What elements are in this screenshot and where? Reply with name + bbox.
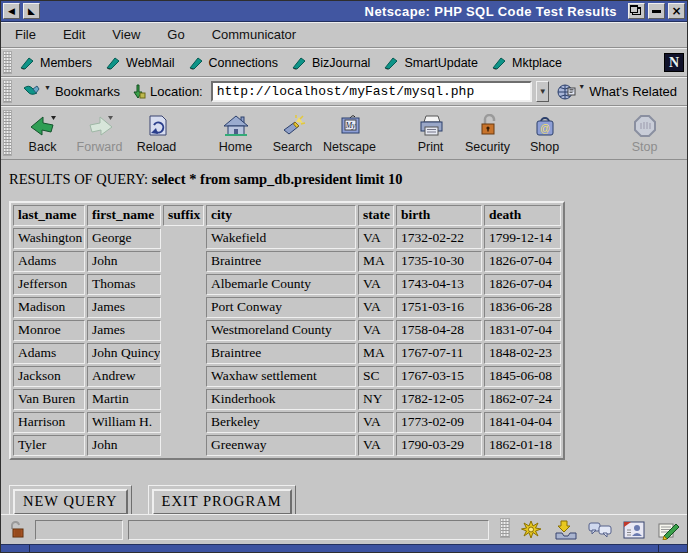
new-query-button[interactable]: NEW QUERY: [13, 489, 128, 514]
wm-shade-button[interactable]: ◣: [23, 3, 40, 19]
home-button[interactable]: Home: [207, 110, 264, 156]
titlebar[interactable]: ◀ ◣ Netscape: PHP SQL Code Test Results …: [1, 1, 687, 22]
netscape-throbber-icon[interactable]: N: [664, 53, 684, 72]
cell-first-name: James: [87, 297, 161, 318]
personal-bookmark[interactable]: SmartUpdate: [378, 54, 486, 72]
cell-suffix: [163, 251, 204, 272]
bookmark-pen-icon: [492, 56, 507, 70]
menu-item[interactable]: Communicator: [212, 27, 297, 42]
cell-first-name: John Quincy: [87, 343, 161, 364]
cell-death: 1845-06-08: [484, 366, 561, 387]
cell-last-name: Washington: [13, 228, 85, 249]
exit-program-button-frame: EXIT PROGRAM: [148, 485, 296, 514]
table-body: Washington George Wakefield VA 1732-02-2…: [13, 228, 561, 456]
bookmark-pen-icon: [20, 56, 35, 70]
cell-suffix: [163, 274, 204, 295]
window-resize-bar[interactable]: [1, 544, 687, 552]
bookmarks-menu-button[interactable]: ▼ Bookmarks: [18, 83, 124, 101]
cell-city: Wakefield: [206, 228, 356, 249]
svg-text:My: My: [344, 121, 356, 130]
netscape-my-icon: My: [336, 114, 364, 138]
menu-item[interactable]: Edit: [63, 27, 85, 42]
table-row: Adams John Braintree MA 1735-10-30 1826-…: [13, 251, 561, 272]
security-lock-icon: [476, 114, 500, 138]
back-button[interactable]: Back: [14, 110, 71, 156]
component-bar-grip[interactable]: [500, 518, 510, 538]
left-triangle-icon: ◀: [8, 7, 15, 16]
url-input[interactable]: [211, 81, 533, 102]
personal-bookmark[interactable]: Members: [14, 54, 100, 72]
discussions-component-button[interactable]: [585, 519, 614, 541]
shop-bag-icon: @: [532, 114, 558, 138]
statusbar: [1, 514, 687, 544]
cell-last-name: Adams: [13, 343, 85, 364]
toolbar-grip[interactable]: [3, 110, 12, 156]
forward-button[interactable]: Forward: [71, 110, 128, 156]
toolbar-grip[interactable]: [3, 80, 12, 103]
security-indicator-button[interactable]: [6, 519, 30, 541]
menu-item[interactable]: View: [112, 27, 140, 42]
cell-state: SC: [358, 366, 394, 387]
print-button[interactable]: Print: [402, 110, 459, 156]
cell-last-name: Van Buren: [13, 389, 85, 410]
navigator-wheel-icon: [521, 520, 543, 540]
stop-label: Stop: [632, 140, 658, 154]
cell-suffix: [163, 228, 204, 249]
shop-button[interactable]: @ Shop: [516, 110, 573, 156]
toolbar-grip[interactable]: [3, 51, 12, 74]
table-row: Adams John Quincy Braintree MA 1767-07-1…: [13, 343, 561, 364]
reload-button[interactable]: Reload: [128, 110, 185, 156]
table-header-cell: first_name: [87, 205, 161, 226]
whats-related-globe-icon: [557, 83, 576, 100]
cell-city: Waxhaw settlement: [206, 366, 356, 387]
close-button[interactable]: ×: [668, 3, 685, 19]
table-row: Washington George Wakefield VA 1732-02-2…: [13, 228, 561, 249]
whats-related-label: What's Related: [589, 84, 677, 99]
netscape-label: Netscape: [323, 140, 376, 154]
minimize-button[interactable]: [648, 3, 665, 19]
stop-button[interactable]: Stop: [616, 110, 673, 156]
composer-pen-icon: [656, 520, 680, 540]
cell-birth: 1767-07-11: [396, 343, 482, 364]
personal-bookmark[interactable]: BizJournal: [286, 54, 378, 72]
progress-bar: [35, 520, 123, 540]
personal-bookmark-label: Members: [40, 56, 92, 70]
security-button[interactable]: Security: [459, 110, 516, 156]
address-book-component-button[interactable]: [619, 519, 648, 541]
netscape-button[interactable]: My Netscape: [321, 110, 378, 156]
exit-program-button[interactable]: EXIT PROGRAM: [152, 489, 292, 514]
location-proxy[interactable]: Location:: [128, 83, 207, 100]
cell-first-name: John: [87, 251, 161, 272]
cell-birth: 1743-04-13: [396, 274, 482, 295]
minimize-icon: [652, 10, 661, 13]
cell-birth: 1782-12-05: [396, 389, 482, 410]
wm-menu-button[interactable]: ◀: [3, 3, 20, 19]
cell-city: Greenway: [206, 435, 356, 456]
whats-related-button[interactable]: ▼ What's Related: [553, 82, 681, 101]
cell-suffix: [163, 412, 204, 433]
composer-component-button[interactable]: [653, 519, 682, 541]
personal-bookmark[interactable]: WebMail: [100, 54, 182, 72]
menu-item[interactable]: File: [15, 27, 36, 42]
corner-triangle-icon: ◣: [28, 7, 35, 16]
resize-notch: [29, 545, 30, 552]
cell-death: 1862-07-24: [484, 389, 561, 410]
bookmark-pen-icon: [106, 56, 121, 70]
cell-first-name: George: [87, 228, 161, 249]
navigator-component-button[interactable]: [517, 519, 546, 541]
table-row: Harrison William H. Berkeley VA 1773-02-…: [13, 412, 561, 433]
personal-bookmark[interactable]: Connections: [183, 54, 287, 72]
personal-bookmark[interactable]: Mktplace: [486, 54, 570, 72]
maximize-button[interactable]: [628, 3, 645, 19]
menu-item[interactable]: Go: [167, 27, 184, 42]
inbox-component-button[interactable]: [551, 519, 580, 541]
cell-birth: 1751-03-16: [396, 297, 482, 318]
query-text: select * from samp_db.president limit 10: [152, 171, 403, 187]
cell-first-name: Martin: [87, 389, 161, 410]
bookmarks-label: Bookmarks: [55, 84, 120, 99]
search-button[interactable]: Search: [264, 110, 321, 156]
table-header-cell: death: [484, 205, 561, 226]
cell-birth: 1767-03-15: [396, 366, 482, 387]
print-icon: [417, 114, 445, 138]
url-dropdown-button[interactable]: ▼: [536, 81, 549, 102]
